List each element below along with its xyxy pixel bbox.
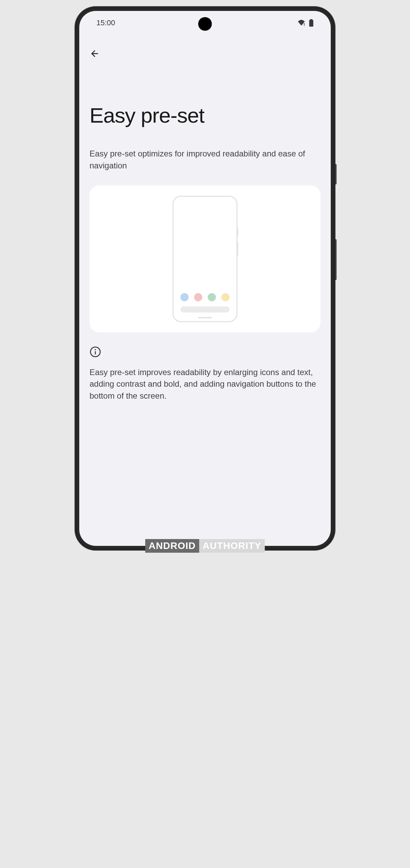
arrow-left-icon — [90, 49, 100, 59]
screen: 15:00 — [79, 11, 331, 546]
page-title: Easy pre-set — [90, 103, 320, 127]
app-bar — [79, 35, 331, 66]
svg-rect-7 — [95, 351, 96, 354]
preview-card — [90, 185, 320, 332]
physical-button — [335, 164, 337, 184]
phone-frame: 15:00 — [75, 7, 335, 550]
preview-app-dot — [180, 293, 189, 301]
wifi-icon — [297, 19, 305, 26]
preview-app-dot — [221, 293, 230, 301]
svg-point-6 — [95, 349, 96, 350]
watermark-part2: AUTHORITY — [199, 539, 265, 553]
page-subtitle: Easy pre-set optimizes for improved read… — [90, 148, 320, 172]
back-button[interactable] — [86, 45, 103, 62]
info-icon — [90, 346, 320, 358]
preview-app-dot — [208, 293, 216, 301]
info-icon-row — [90, 346, 320, 358]
content-area: Easy pre-set Easy pre-set optimizes for … — [79, 66, 331, 546]
physical-button — [335, 239, 337, 280]
preview-nav-handle — [198, 317, 212, 318]
watermark-part1: ANDROID — [145, 539, 199, 553]
svg-point-2 — [304, 25, 305, 26]
battery-icon — [309, 19, 314, 27]
detail-text: Easy pre-set improves readability by enl… — [90, 367, 320, 402]
status-time: 15:00 — [96, 18, 115, 27]
phone-preview-illustration — [173, 196, 237, 322]
svg-rect-4 — [309, 20, 313, 27]
preview-search-pill — [180, 306, 230, 313]
camera-cutout — [198, 17, 212, 31]
svg-rect-1 — [304, 23, 305, 25]
watermark: ANDROID AUTHORITY — [145, 539, 265, 553]
preview-app-dot — [194, 293, 202, 301]
